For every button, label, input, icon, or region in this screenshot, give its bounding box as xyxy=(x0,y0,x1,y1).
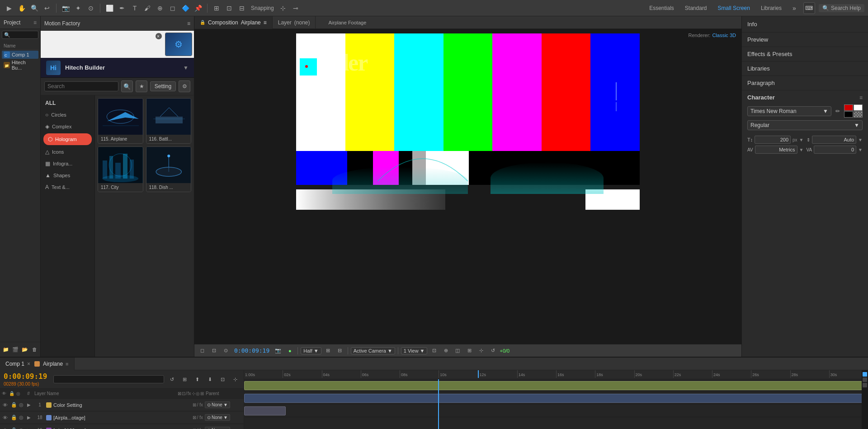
roto-tool[interactable]: 🔷 xyxy=(180,3,191,14)
workspace-standard[interactable]: Standard xyxy=(681,4,711,12)
rotate-tool[interactable]: ↩ xyxy=(42,3,52,14)
project-menu-icon[interactable]: ≡ xyxy=(33,19,37,26)
always-preview-btn[interactable]: ◻ xyxy=(197,346,207,356)
light-tool[interactable]: ✦ xyxy=(73,3,84,14)
stroke-color-swatch[interactable] xyxy=(854,104,863,111)
layer-19-solo[interactable]: ◎ xyxy=(19,427,25,429)
tsumi-dropdown-arrow[interactable]: ▼ xyxy=(858,147,863,152)
keyboard-shortcuts-btn[interactable]: ⌨ xyxy=(803,2,815,14)
comp-tab-composition[interactable]: 🔒 Composition Airplane ≡ xyxy=(194,16,273,29)
project-item-comp1[interactable]: C Comp 1 xyxy=(2,51,38,59)
tl-ctrl-lift[interactable]: ⬆ xyxy=(192,374,202,384)
plugin-expand-btn[interactable]: ▼ xyxy=(183,65,189,71)
font-name-dropdown[interactable]: Times New Roman ▼ xyxy=(747,106,831,116)
snap-btn2[interactable]: ⊹ xyxy=(278,3,288,14)
search-help-bar[interactable]: 🔍 Search Help xyxy=(819,4,864,12)
cat-circles[interactable]: ○ Circles xyxy=(41,109,94,121)
color-btn[interactable]: ● xyxy=(285,346,295,356)
layer-19-lock[interactable]: 🔒 xyxy=(11,427,17,429)
3d-btn[interactable]: ⊹ xyxy=(476,346,486,356)
pen-tool[interactable]: ✒ xyxy=(117,3,127,14)
layer-18-lock[interactable]: 🔒 xyxy=(11,415,17,420)
cat-text[interactable]: A Text &... xyxy=(41,181,94,193)
font-size-dropdown-arrow[interactable]: ▼ xyxy=(799,137,804,142)
camera-dropdown[interactable]: Active Camera ▼ xyxy=(351,347,395,354)
tl-tab-menu[interactable]: ≡ xyxy=(66,361,68,367)
layer-18-motion[interactable]: ⊠ xyxy=(193,415,196,420)
rp-paragraph-section[interactable]: Paragraph xyxy=(742,76,868,90)
puppet-tool[interactable]: 📌 xyxy=(193,3,203,14)
zoom-tool[interactable]: 🔍 xyxy=(29,3,40,14)
kerning-dropdown-arrow[interactable]: ▼ xyxy=(799,147,804,152)
rp-char-menu-btn[interactable]: ≡ xyxy=(859,94,863,101)
track-bar-18[interactable] xyxy=(244,394,863,403)
fit-btn[interactable]: ⊞ xyxy=(323,346,333,356)
view-btn3[interactable]: ◫ xyxy=(453,346,462,356)
snap-btn3[interactable]: ⊸ xyxy=(290,3,301,14)
tl-ctrl-cue[interactable]: ⊞ xyxy=(179,374,189,384)
cache-btn[interactable]: ⊙ xyxy=(221,346,231,356)
rp-effects-section[interactable]: Effects & Presets xyxy=(742,47,868,61)
zoom-dropdown[interactable]: Half ▼ xyxy=(301,347,321,354)
layer-1-motion[interactable]: ⊠ xyxy=(193,402,196,407)
view-toggle-btn[interactable]: ⊡ xyxy=(429,346,439,356)
layer-1-expand[interactable]: ▶ xyxy=(27,402,33,407)
mf-tools-btn[interactable]: ⚙ xyxy=(179,80,190,92)
rp-info-section[interactable]: Info xyxy=(742,16,868,33)
comp-tab-layer[interactable]: Layer (none) xyxy=(273,16,316,29)
hand-tool[interactable]: ✋ xyxy=(16,3,27,14)
grid-item-115[interactable]: 115. Airplane xyxy=(98,98,143,144)
trans-color-swatch[interactable] xyxy=(854,111,863,118)
tl-layer-1[interactable]: 👁 🔒 ◎ ▶ 1 Color Setting ⊠ / fx ⊙ None xyxy=(0,399,244,411)
layer-18-fx[interactable]: / fx xyxy=(197,415,203,420)
leading-dropdown-arrow[interactable]: ▼ xyxy=(858,137,863,142)
layer-18-vis[interactable]: 👁 xyxy=(3,415,9,420)
grid-item-116[interactable]: 116. Battl... xyxy=(146,98,192,144)
track-bar-19[interactable] xyxy=(244,406,286,415)
new-comp-btn[interactable]: 🎬 xyxy=(11,344,19,355)
layer-19-vis[interactable]: 👁 xyxy=(3,428,9,429)
cat-complex[interactable]: ◈ Complex xyxy=(41,121,94,132)
project-item-hitech[interactable]: 📁 Hitech Bu... xyxy=(2,59,38,71)
layer-1-vis[interactable]: 👁 xyxy=(3,402,9,408)
grid-tool[interactable]: ⊟ xyxy=(236,3,247,14)
kerning-value[interactable]: Metrics xyxy=(755,146,797,154)
mf-favorites-btn[interactable]: ★ xyxy=(136,80,147,92)
eraser-tool[interactable]: ◻ xyxy=(167,3,178,14)
layer-18-solo[interactable]: ◎ xyxy=(19,415,25,420)
project-search-input[interactable] xyxy=(2,31,38,39)
reset-btn[interactable]: ↺ xyxy=(488,346,498,356)
grid-btn[interactable]: ⊟ xyxy=(335,346,345,356)
layer-19-parent-dropdown[interactable]: ⊙ None ▼ xyxy=(205,427,230,429)
motion-factory-menu-btn[interactable]: ≡ xyxy=(187,20,190,27)
text-tool[interactable]: T xyxy=(129,3,140,14)
cat-all[interactable]: ALL xyxy=(41,97,94,109)
tl-ctrl-add[interactable]: ⊹ xyxy=(230,374,240,384)
font-style-dropdown[interactable]: Regular ▼ xyxy=(747,120,863,130)
tl-ctrl-solo[interactable]: ⊡ xyxy=(217,374,227,384)
layer-1-lock[interactable]: 🔒 xyxy=(11,402,17,408)
layer-1-fx[interactable]: / fx xyxy=(197,402,203,407)
layer-18-expand[interactable]: ▶ xyxy=(27,415,33,420)
workspace-libraries[interactable]: Libraries xyxy=(757,4,785,12)
tl-edge-btn-3[interactable] xyxy=(863,383,867,387)
mf-search-btn[interactable]: 🔍 xyxy=(121,80,133,92)
orbit-tool[interactable]: ⊙ xyxy=(85,3,96,14)
rp-preview-section[interactable]: Preview xyxy=(742,33,868,47)
delete-btn[interactable]: 🗑 xyxy=(31,344,38,355)
camera-tool[interactable]: 📷 xyxy=(60,3,71,14)
footage-tab[interactable]: Airplane Footage xyxy=(325,20,370,25)
rp-libraries-section[interactable]: Libraries xyxy=(742,61,868,76)
workspace-small-screen[interactable]: Small Screen xyxy=(714,4,754,12)
renderer-value[interactable]: Classic 3D xyxy=(712,33,736,38)
fill-color-swatch[interactable] xyxy=(844,104,853,111)
tl-tab-close[interactable]: × xyxy=(27,361,30,367)
layer-18-parent-dropdown[interactable]: ⊙ None ▼ xyxy=(205,414,230,421)
tl-search-input[interactable] xyxy=(53,375,164,383)
tl-layer-19[interactable]: 👁 🔒 ◎ ▶ 19 [wire0129.png] ⊠ / fx ⊙ None xyxy=(0,424,244,429)
grid-item-117[interactable]: 117. City xyxy=(98,146,143,192)
tl-layer-18[interactable]: 👁 🔒 ◎ ▶ 18 [Airpla...otage] ⊠ / fx ⊙ No xyxy=(0,411,244,424)
new-folder-btn[interactable]: 📁 xyxy=(2,344,9,355)
workspace-essentials[interactable]: Essentials xyxy=(646,4,678,12)
tl-edge-btn-2[interactable] xyxy=(863,377,867,382)
